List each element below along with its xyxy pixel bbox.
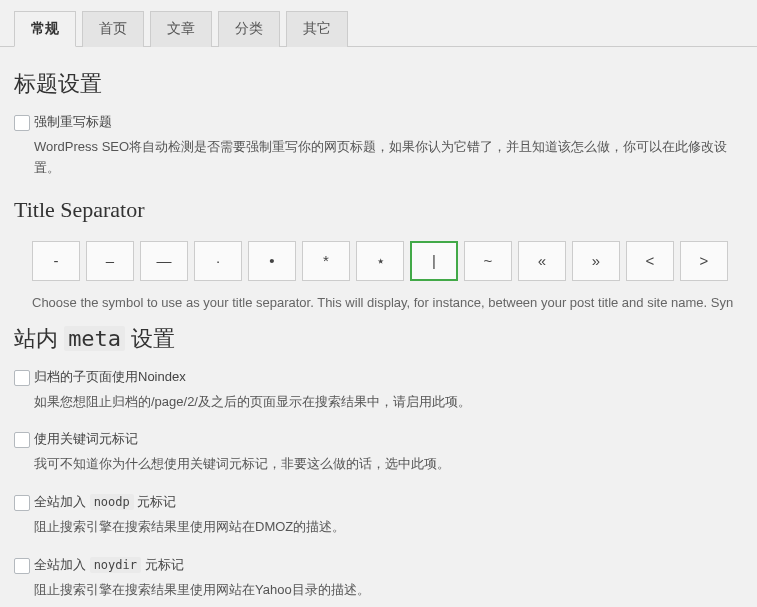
separator-option-0[interactable]: - [32,241,80,281]
content-panel: 标题设置 强制重写标题 WordPress SEO将自动检测是否需要强制重写你的… [0,47,757,607]
separator-option-12[interactable]: > [680,241,728,281]
meta-heading-code: meta [64,326,125,351]
separator-option-10[interactable]: » [572,241,620,281]
tab-4[interactable]: 其它 [286,11,348,47]
title-settings-heading: 标题设置 [14,69,743,99]
separator-option-9[interactable]: « [518,241,566,281]
tab-1[interactable]: 首页 [82,11,144,47]
noodp-label-pre: 全站加入 [34,494,90,509]
noydir-label: 全站加入 noydir 元标记 [34,557,184,572]
title-separator-heading: Title Separator [14,197,743,223]
noodp-tag: noodp [90,494,134,510]
separator-option-11[interactable]: < [626,241,674,281]
meta-heading-post: 设置 [125,326,175,351]
noindex-subpages-label: 归档的子页面使用Noindex [34,369,186,384]
tab-2[interactable]: 文章 [150,11,212,47]
meta-heading-pre: 站内 [14,326,64,351]
noodp-desc: 阻止搜索引擎在搜索结果里使用网站在DMOZ的描述。 [34,517,743,538]
separator-option-4[interactable]: • [248,241,296,281]
option-noindex-subpages: 归档的子页面使用Noindex 如果您想阻止归档的/page/2/及之后的页面显… [14,368,743,413]
noodp-label: 全站加入 noodp 元标记 [34,494,176,509]
separator-option-3[interactable]: · [194,241,242,281]
noydir-label-pre: 全站加入 [34,557,90,572]
meta-keywords-desc: 我可不知道你为什么想使用关键词元标记，非要这么做的话，选中此项。 [34,454,743,475]
noindex-subpages-desc: 如果您想阻止归档的/page/2/及之后的页面显示在搜索结果中，请启用此项。 [34,392,743,413]
meta-settings-heading: 站内 meta 设置 [14,324,743,354]
separator-option-5[interactable]: * [302,241,350,281]
separator-choices: -–—·•*⋆|~«»<> [14,237,743,295]
option-meta-keywords: 使用关键词元标记 我可不知道你为什么想使用关键词元标记，非要这么做的话，选中此项… [14,430,743,475]
meta-keywords-label: 使用关键词元标记 [34,431,138,446]
force-rewrite-label: 强制重写标题 [34,114,112,129]
meta-keywords-checkbox[interactable] [14,432,30,448]
noydir-checkbox[interactable] [14,558,30,574]
option-noydir: 全站加入 noydir 元标记 阻止搜索引擎在搜索结果里使用网站在Yahoo目录… [14,556,743,601]
separator-option-8[interactable]: ~ [464,241,512,281]
noydir-tag: noydir [90,557,141,573]
separator-option-7[interactable]: | [410,241,458,281]
noydir-desc: 阻止搜索引擎在搜索结果里使用网站在Yahoo目录的描述。 [34,580,743,601]
tab-0[interactable]: 常规 [14,11,76,47]
noindex-subpages-checkbox[interactable] [14,370,30,386]
separator-option-1[interactable]: – [86,241,134,281]
tab-3[interactable]: 分类 [218,11,280,47]
force-rewrite-desc: WordPress SEO将自动检测是否需要强制重写你的网页标题，如果你认为它错… [34,137,743,179]
separator-option-6[interactable]: ⋆ [356,241,404,281]
force-rewrite-checkbox[interactable] [14,115,30,131]
option-noodp: 全站加入 noodp 元标记 阻止搜索引擎在搜索结果里使用网站在DMOZ的描述。 [14,493,743,538]
noodp-checkbox[interactable] [14,495,30,511]
separator-option-2[interactable]: — [140,241,188,281]
noodp-label-post: 元标记 [134,494,177,509]
tabs-bar: 常规首页文章分类其它 [0,0,757,47]
noydir-label-post: 元标记 [141,557,184,572]
separator-help-text: Choose the symbol to use as your title s… [14,295,743,310]
option-force-rewrite: 强制重写标题 WordPress SEO将自动检测是否需要强制重写你的网页标题，… [14,113,743,179]
